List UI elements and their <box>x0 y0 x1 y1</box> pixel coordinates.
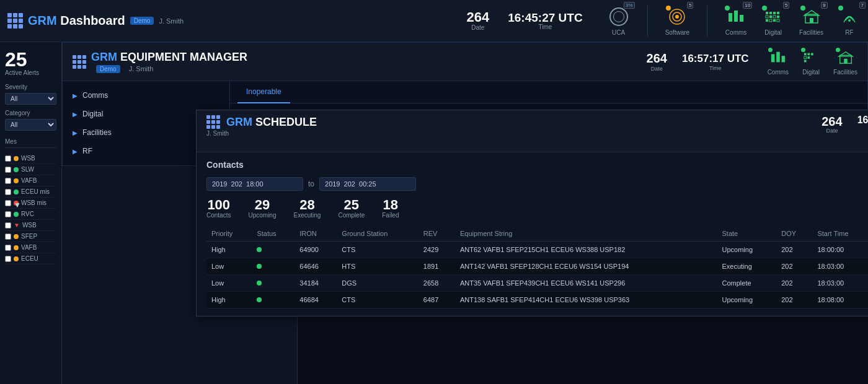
eq-nav-comms[interactable]: Comms <box>768 48 789 76</box>
status-dot <box>257 264 262 269</box>
svg-rect-8 <box>773 12 776 14</box>
top-header: GRM Dashboard Demo J. Smith 264 Date 16:… <box>0 0 868 42</box>
eq-comms-icon <box>770 50 786 66</box>
date-to-input[interactable] <box>319 177 416 191</box>
svg-marker-19 <box>804 11 819 15</box>
list-item[interactable]: VAFB <box>5 175 56 186</box>
eq-header: GRM EQUIPMENT MANAGER Demo J. Smith 264 … <box>63 43 867 81</box>
nav-software[interactable]: 5 Software <box>665 6 689 36</box>
svg-rect-16 <box>773 19 776 22</box>
alert-dot-4 <box>14 190 19 194</box>
cell-state: Executing <box>717 258 776 275</box>
sch-stats: 100 Contacts 29 Upcoming 28 Executing 25… <box>206 198 868 219</box>
table-row[interactable]: Low 34184 DGS 2658 ANT35 VAFB1 SFEP439CH… <box>206 275 868 292</box>
alert-list: WSB SLW VAFB ECEU mis ▼ WSB mis <box>5 153 56 264</box>
list-item[interactable]: ▼ WSB mis <box>5 198 56 209</box>
cell-eq: ANT35 VAFB1 SFEP439CH1 ECEU6 WS141 USP29… <box>455 275 717 292</box>
svg-rect-7 <box>769 12 772 14</box>
list-item[interactable]: VAFB <box>5 242 56 253</box>
cell-status <box>252 292 294 308</box>
list-item[interactable]: RVC <box>5 209 56 220</box>
col-gs: Ground Station <box>337 226 418 242</box>
col-start: Start Time <box>812 226 868 242</box>
severity-select[interactable]: All <box>5 93 56 105</box>
cell-doy: 202 <box>776 275 812 292</box>
cell-eq: ANT142 VAFB1 SFEP128CH1 ECEU6 WS154 USP1… <box>455 258 717 275</box>
svg-rect-27 <box>811 53 813 56</box>
col-eq: Equipment String <box>455 226 717 242</box>
eq-digital-icon <box>803 50 819 66</box>
svg-rect-25 <box>804 53 807 56</box>
list-item[interactable]: ECEU mis <box>5 186 56 198</box>
sch-center: 264 Date 16:58:53 UTC Time <box>822 115 868 134</box>
col-priority: Priority <box>206 226 252 242</box>
table-row[interactable]: High 64900 CTS 2429 ANT62 VAFB1 SFEP215C… <box>206 242 868 258</box>
cell-iron: 64900 <box>294 242 337 258</box>
stat-executing: 28 Executing <box>294 198 321 219</box>
svg-rect-10 <box>766 15 768 18</box>
stat-upcoming: 29 Upcoming <box>248 198 276 219</box>
header-date: 264 Date <box>467 11 490 31</box>
list-item[interactable]: SLW <box>5 164 56 175</box>
rf-status-dot <box>838 6 843 11</box>
svg-marker-32 <box>838 52 852 56</box>
eq-nav-digital[interactable]: Digital <box>801 48 821 76</box>
nav-uca[interactable]: 3% UCA <box>608 6 630 36</box>
cell-doy: 202 <box>776 292 812 308</box>
eq-nav-facilities[interactable]: Facilities <box>833 48 857 76</box>
eq-center: 264 Date 16:57:17 UTC Time <box>647 51 749 72</box>
svg-rect-28 <box>804 56 807 59</box>
svg-rect-26 <box>808 53 810 56</box>
svg-point-21 <box>848 19 851 22</box>
nav-digital[interactable]: 5 Digital <box>762 6 784 36</box>
cell-priority: Low <box>206 275 252 292</box>
cell-eq: ANT62 VAFB1 SFEP215CH1 ECEU6 WS388 USP18… <box>455 242 717 258</box>
cell-gs: CTS <box>337 292 418 308</box>
alert-dot-8 <box>14 234 19 239</box>
table-row[interactable]: Low 64646 HTS 1891 ANT142 VAFB1 SFEP128C… <box>206 258 868 275</box>
cell-iron: 64646 <box>294 258 337 275</box>
svg-point-2 <box>675 15 679 19</box>
col-rev: REV <box>418 226 455 242</box>
status-dot <box>257 297 262 302</box>
svg-rect-11 <box>769 15 772 18</box>
nav-separator-2 <box>707 6 707 37</box>
svg-rect-6 <box>766 12 768 14</box>
sch-body: Contacts to 100 Contacts 29 Upcoming <box>197 152 868 316</box>
cell-iron: 46684 <box>294 292 337 308</box>
table-row[interactable]: High 46684 CTS 6487 ANT138 SAFB1 SFEP414… <box>206 292 868 308</box>
nav-comms[interactable]: 10 Comms <box>725 6 747 36</box>
nav-facilities[interactable]: 9 Facilities <box>799 6 823 36</box>
cell-status <box>252 242 294 258</box>
status-dot <box>257 247 262 252</box>
cell-gs: HTS <box>337 258 418 275</box>
cell-doy: 202 <box>776 258 812 275</box>
stat-failed: 18 Failed <box>382 198 399 219</box>
svg-rect-22 <box>771 54 775 62</box>
eq-facilities-icon <box>838 50 854 66</box>
category-select[interactable]: All <box>5 119 56 131</box>
tab-inoperable[interactable]: Inoperable <box>237 81 290 103</box>
left-sidebar: 25 Active Alerts Severity All Category A… <box>0 42 62 384</box>
svg-rect-3 <box>728 13 732 22</box>
list-item[interactable]: ECEU <box>5 253 56 264</box>
svg-rect-20 <box>810 18 813 23</box>
col-status: Status <box>252 226 294 242</box>
sch-user: J. Smith <box>206 130 317 137</box>
cell-eq: ANT138 SAFB1 SFEP414CH1 ECEU6 WS398 USP3… <box>455 292 717 308</box>
sch-section-title: Contacts <box>206 160 868 170</box>
schedule-window: GRM SCHEDULE J. Smith 264 Date 16:58:53 … <box>196 110 868 316</box>
list-item[interactable]: ▼ WSB <box>5 220 56 231</box>
list-item[interactable]: WSB <box>5 153 56 164</box>
list-item[interactable]: SFEP <box>5 231 56 242</box>
alert-dot-2 <box>14 167 19 172</box>
svg-rect-5 <box>740 15 743 22</box>
digital-icon <box>764 8 782 25</box>
sidebar-item-comms[interactable]: ▶ Comms <box>63 86 229 105</box>
date-from-input[interactable] <box>206 177 303 191</box>
alert-dot-1 <box>14 156 19 161</box>
schedule-table: Priority Status IRON Ground Station REV … <box>206 226 868 308</box>
alert-dot-5: ▼ <box>14 201 19 206</box>
nav-rf[interactable]: 7 RF <box>838 6 861 36</box>
date-range: to <box>206 177 868 191</box>
